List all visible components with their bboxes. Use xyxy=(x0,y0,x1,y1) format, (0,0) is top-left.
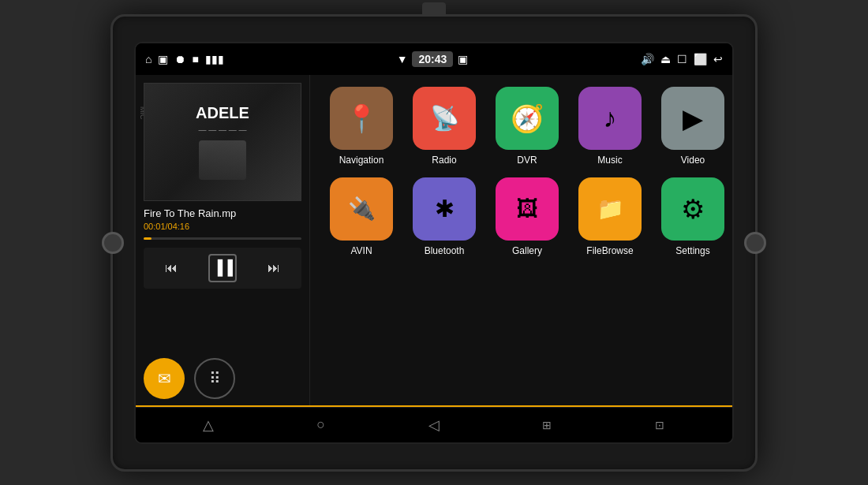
app-radio[interactable]: 📡 Radio xyxy=(409,87,480,166)
eject-icon: ⏏ xyxy=(660,53,671,65)
battery-icon: ▮▮▮ xyxy=(205,53,224,65)
nav-menu-button[interactable]: ⊡ xyxy=(644,409,675,441)
music-panel: ADELE — — — — — Fire To The Rain.mp 00:0… xyxy=(136,75,310,407)
screen2-icon: ☐ xyxy=(677,53,687,65)
dvr-icon-box: 🧭 xyxy=(496,87,559,150)
radio-icon: 📡 xyxy=(430,104,459,132)
nav-apps-button[interactable]: ⊞ xyxy=(531,409,563,441)
nav-icon: 📍 xyxy=(345,103,378,134)
time-display: 20:43 xyxy=(412,51,453,67)
apps-row-1: 📍 Navigation 📡 Radio 🧭 D xyxy=(326,87,728,166)
app-filebrowse[interactable]: 📁 FileBrowse xyxy=(574,177,645,256)
nav-icon-box: 📍 xyxy=(330,87,393,150)
album-art-inner: ADELE — — — — — xyxy=(144,84,301,200)
album-decoration: — — — — — xyxy=(198,125,246,134)
avin-icon: 🔌 xyxy=(348,196,376,222)
volume-icon[interactable]: 🔊 xyxy=(641,53,654,65)
home-icon[interactable]: ⌂ xyxy=(145,53,152,65)
app-music[interactable]: ♪ Music xyxy=(574,87,645,166)
filebrowse-label: FileBrowse xyxy=(586,245,633,256)
bluetooth-icon: ✱ xyxy=(435,195,455,222)
app-settings[interactable]: ⚙ Settings xyxy=(657,177,728,256)
email-button[interactable]: ✉ xyxy=(144,358,185,399)
app-video[interactable]: ▶ Video xyxy=(657,87,728,166)
song-title: Fire To The Rain.mp xyxy=(144,207,301,219)
screen-icon: ▣ xyxy=(458,53,468,65)
gallery-label: Gallery xyxy=(512,245,542,256)
app-bluetooth[interactable]: ✱ Bluetooth xyxy=(409,177,480,256)
apps-icon: ⠿ xyxy=(209,369,221,388)
progress-fill xyxy=(144,237,152,240)
settings-label: Settings xyxy=(675,245,709,256)
album-artist: ADELE xyxy=(196,104,249,122)
email-icon: ✉ xyxy=(158,369,171,388)
nav-bar-container: △ ○ ◁ ⊞ ⊡ xyxy=(136,407,732,442)
bottom-icons: ✉ ⠿ xyxy=(144,358,301,399)
radio-icon-box: 📡 xyxy=(413,87,476,150)
song-time: 00:01/04:16 xyxy=(144,222,301,231)
music-label: Music xyxy=(597,155,622,166)
status-right-icons: 🔊 ⏏ ☐ ⬜ ↩ xyxy=(641,53,723,65)
video-icon: ▶ xyxy=(683,103,703,134)
mount-left xyxy=(102,232,124,254)
filebrowse-icon-box: 📁 xyxy=(578,177,642,241)
lock-icon: ■ xyxy=(192,53,198,65)
gallery-icon-box: 🖼 xyxy=(496,177,559,241)
bluetooth-label: Bluetooth xyxy=(425,245,465,256)
status-left-icons: ⌂ ▣ ⏺ ■ ▮▮▮ xyxy=(145,53,224,65)
mount-right xyxy=(744,232,766,254)
nav-home-button[interactable]: △ xyxy=(193,409,224,441)
screen3-icon: ⬜ xyxy=(694,53,707,65)
music-icon: ♪ xyxy=(604,103,617,133)
car-stereo-device: MIC ⌂ ▣ ⏺ ■ ▮▮▮ ▼ 20:43 ▣ 🔊 ⏏ ☐ ⬜ ↩ xyxy=(110,14,758,472)
fast-forward-button[interactable]: ⏭ xyxy=(268,261,280,275)
video-label: Video xyxy=(681,155,705,166)
nav-circle-button[interactable]: ○ xyxy=(305,409,337,441)
video-icon-box: ▶ xyxy=(661,87,724,150)
filebrowse-icon: 📁 xyxy=(597,196,624,222)
nav-back-button[interactable]: ◁ xyxy=(418,409,450,441)
settings-icon: ⚙ xyxy=(681,193,705,225)
play-icon: ▐▐ xyxy=(212,259,233,276)
play-pause-button[interactable]: ▐▐ xyxy=(208,254,237,282)
avin-label: AVIN xyxy=(350,245,372,256)
top-connector xyxy=(422,2,446,17)
album-art: ADELE — — — — — xyxy=(144,83,301,201)
wifi-icon: ▼ xyxy=(397,53,408,65)
status-center: ▼ 20:43 ▣ xyxy=(397,51,469,67)
nav-label: Navigation xyxy=(339,155,384,166)
gallery-icon: 🖼 xyxy=(516,196,538,222)
settings-icon-box: ⚙ xyxy=(661,177,724,241)
dvr-icon: 🧭 xyxy=(511,103,544,134)
apps-row-2: 🔌 AVIN ✱ Bluetooth 🖼 Gall xyxy=(326,177,728,256)
app-navigation[interactable]: 📍 Navigation xyxy=(326,87,397,166)
nav-bar: △ ○ ◁ ⊞ ⊡ xyxy=(136,407,732,442)
app-avin[interactable]: 🔌 AVIN xyxy=(326,177,397,256)
apps-button[interactable]: ⠿ xyxy=(194,358,235,399)
screen-bezel: MIC ⌂ ▣ ⏺ ■ ▮▮▮ ▼ 20:43 ▣ 🔊 ⏏ ☐ ⬜ ↩ xyxy=(134,42,734,444)
progress-bar xyxy=(144,237,301,240)
status-bar: ⌂ ▣ ⏺ ■ ▮▮▮ ▼ 20:43 ▣ 🔊 ⏏ ☐ ⬜ ↩ xyxy=(136,43,732,75)
back-icon[interactable]: ↩ xyxy=(713,53,723,65)
avin-icon-box: 🔌 xyxy=(330,177,393,241)
apps-panel: 📍 Navigation 📡 Radio 🧭 D xyxy=(310,75,734,407)
music-icon-box: ♪ xyxy=(578,87,642,150)
radio-label: Radio xyxy=(432,155,456,166)
bluetooth-icon-box: ✱ xyxy=(413,177,476,241)
player-controls: ⏮ ▐▐ ⏭ xyxy=(144,248,301,289)
dvr-label: DVR xyxy=(517,155,537,166)
app-dvr[interactable]: 🧭 DVR xyxy=(492,87,563,166)
screen-content: ADELE — — — — — Fire To The Rain.mp 00:0… xyxy=(136,75,732,407)
window-icon: ▣ xyxy=(158,53,168,65)
app-gallery[interactable]: 🖼 Gallery xyxy=(492,177,563,256)
rewind-button[interactable]: ⏮ xyxy=(165,261,178,275)
record-icon: ⏺ xyxy=(174,53,185,65)
nav-indicator xyxy=(136,405,732,407)
